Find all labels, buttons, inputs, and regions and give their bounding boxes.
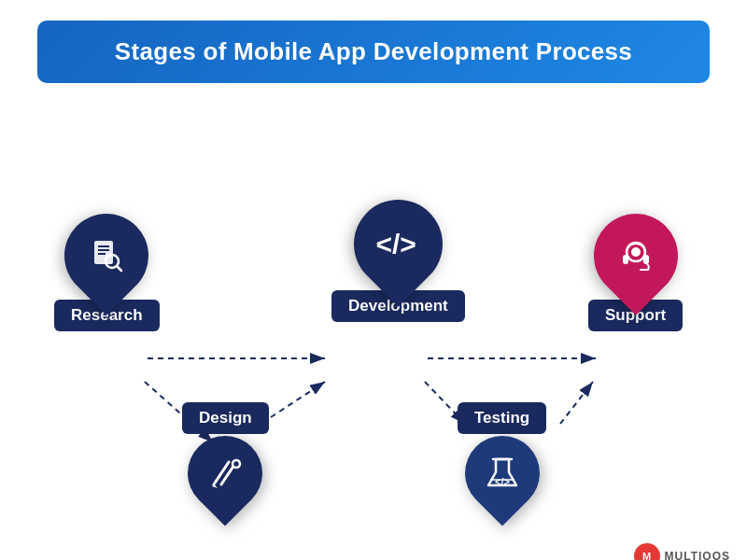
svg-point-21 bbox=[233, 460, 240, 468]
logo-icon: M bbox=[634, 543, 660, 560]
testing-icon: </> bbox=[481, 452, 524, 495]
diagram: Research </> Development bbox=[0, 92, 747, 522]
support-stage: Support bbox=[588, 214, 683, 331]
design-icon bbox=[204, 453, 246, 494]
svg-text:</>: </> bbox=[375, 229, 416, 259]
support-icon bbox=[614, 234, 657, 277]
design-stage: Design bbox=[182, 400, 269, 511]
logo-text: MULTIOOS bbox=[665, 550, 730, 560]
support-pin bbox=[594, 214, 678, 298]
research-stage: Research bbox=[54, 214, 160, 331]
development-stage: </> Development bbox=[331, 200, 465, 322]
testing-pin: </> bbox=[465, 436, 540, 511]
svg-line-18 bbox=[214, 462, 229, 484]
development-icon: </> bbox=[374, 226, 422, 263]
svg-rect-7 bbox=[94, 241, 113, 264]
svg-rect-16 bbox=[623, 255, 628, 264]
page-title: Stages of Mobile App Development Process bbox=[65, 37, 682, 66]
development-pin: </> bbox=[354, 200, 443, 288]
title-banner: Stages of Mobile App Development Process bbox=[37, 21, 710, 83]
svg-line-2 bbox=[271, 382, 325, 417]
svg-rect-17 bbox=[643, 255, 649, 264]
svg-point-15 bbox=[631, 247, 641, 257]
svg-text:</>: </> bbox=[495, 476, 510, 487]
testing-stage: Testing </> bbox=[458, 400, 546, 511]
logo: M MULTIOOS bbox=[634, 543, 730, 560]
research-icon bbox=[87, 236, 126, 275]
testing-label: Testing bbox=[458, 402, 546, 434]
main-container: Stages of Mobile App Development Process bbox=[0, 21, 747, 560]
research-pin bbox=[64, 214, 148, 298]
svg-line-12 bbox=[117, 266, 121, 271]
design-pin bbox=[188, 436, 262, 511]
design-label: Design bbox=[182, 402, 269, 434]
svg-line-5 bbox=[560, 382, 593, 424]
